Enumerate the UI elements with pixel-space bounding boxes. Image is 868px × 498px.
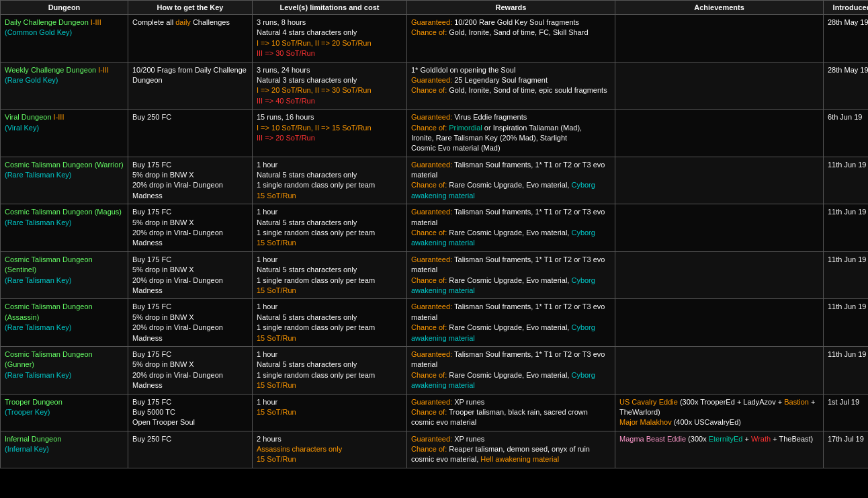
dungeon-name: Cosmic Talisman Dungeon (Gunner) bbox=[5, 350, 93, 368]
achievements-cell bbox=[615, 15, 824, 63]
header-dungeon: Dungeon bbox=[1, 1, 128, 15]
introduced-cell: 17th Jul 19 bbox=[824, 431, 869, 468]
key-name: (Trooper Key) bbox=[5, 408, 50, 416]
dungeon-name: Cosmic Talisman Dungeon (Sentinel) bbox=[5, 255, 93, 274]
dungeon-name: Cosmic Talisman Dungeon (Warrior) bbox=[5, 161, 124, 169]
achievements-cell bbox=[615, 251, 824, 299]
table-row: Trooper Dungeon (Trooper Key) Buy 175 FC… bbox=[1, 394, 869, 431]
dungeon-name: Weekly Challenge Dungeon I-III bbox=[5, 66, 109, 74]
how-to-get-cell: Buy 175 FC5% drop in BNW X20% drop in Vi… bbox=[128, 204, 253, 252]
table-row: Cosmic Talisman Dungeon (Warrior) (Rare … bbox=[1, 157, 869, 204]
dungeon-cell: Trooper Dungeon (Trooper Key) bbox=[1, 394, 128, 431]
rewards-cell: Guaranteed: Talisman Soul framents, 1* T… bbox=[407, 204, 615, 252]
achievements-cell: Magma Beast Eddie (300x EternityEd + Wra… bbox=[615, 431, 824, 468]
header-introduced: Introduced bbox=[824, 1, 869, 15]
introduced-cell: 28th May 19 bbox=[824, 15, 869, 63]
key-name: (Rare Talisman Key) bbox=[5, 276, 71, 284]
table-row: Cosmic Talisman Dungeon (Sentinel) (Rare… bbox=[1, 251, 869, 299]
key-name: (Common Gold Key) bbox=[5, 28, 72, 36]
level-cost-cell: 1 hour 15 SoT/Run bbox=[253, 394, 407, 431]
introduced-cell: 11th Jun 19 bbox=[824, 346, 869, 394]
how-to-get-cell: 10/200 Frags from Daily Challenge Dungeo… bbox=[128, 62, 253, 110]
dungeon-name: Cosmic Talisman Dungeon (Assassin) bbox=[5, 302, 93, 321]
dungeon-cell: Cosmic Talisman Dungeon (Assassin) (Rare… bbox=[1, 299, 128, 347]
achievements-cell bbox=[615, 62, 824, 110]
achievements-cell: US Cavalry Eddie (300x TrooperEd + LadyA… bbox=[615, 394, 824, 431]
level-cost-cell: 15 runs, 16 hours I => 10 SoT/Run, II =>… bbox=[253, 110, 407, 157]
dungeon-cell: Daily Challenge Dungeon I-III (Common Go… bbox=[1, 15, 128, 63]
introduced-cell: 11th Jun 19 bbox=[824, 299, 869, 347]
key-name: (Rare Talisman Key) bbox=[5, 371, 71, 379]
rewards-cell: Guaranteed: Talisman Soul framents, 1* T… bbox=[407, 346, 615, 394]
dungeon-cell: Cosmic Talisman Dungeon (Magus) (Rare Ta… bbox=[1, 204, 128, 252]
dungeon-cell: Infernal Dungeon (Infernal Key) bbox=[1, 431, 128, 468]
introduced-cell: 11th Jun 19 bbox=[824, 157, 869, 204]
rewards-cell: Guaranteed: 10/200 Rare Gold Key Soul fr… bbox=[407, 15, 615, 63]
achievements-cell bbox=[615, 204, 824, 252]
how-to-get-cell: Buy 175 FCBuy 5000 TCOpen Trooper Soul bbox=[128, 394, 253, 431]
key-name: (Rare Talisman Key) bbox=[5, 218, 71, 226]
table-row: Infernal Dungeon (Infernal Key) Buy 250 … bbox=[1, 431, 869, 468]
level-cost-cell: 1 hour Natural 5 stars characters only 1… bbox=[253, 251, 407, 299]
rewards-cell: Guaranteed: Virus Eddie fragments Chance… bbox=[407, 110, 615, 157]
key-name: (Rare Talisman Key) bbox=[5, 171, 71, 179]
dungeon-name: Trooper Dungeon bbox=[5, 398, 62, 406]
level-cost-cell: 1 hour Natural 5 stars characters only 1… bbox=[253, 204, 407, 252]
rewards-cell: Guaranteed: Talisman Soul framents, 1* T… bbox=[407, 251, 615, 299]
table-row: Cosmic Talisman Dungeon (Gunner) (Rare T… bbox=[1, 346, 869, 394]
introduced-cell: 6th Jun 19 bbox=[824, 110, 869, 157]
how-to-get-cell: Buy 175 FC5% drop in BNW X20% drop in Vi… bbox=[128, 346, 253, 394]
achievements-cell bbox=[615, 157, 824, 204]
dungeon-cell: Cosmic Talisman Dungeon (Warrior) (Rare … bbox=[1, 157, 128, 204]
how-to-get-cell: Buy 250 FC bbox=[128, 110, 253, 157]
introduced-cell: 11th Jun 19 bbox=[824, 204, 869, 252]
level-cost-cell: 1 hour Natural 5 stars characters only 1… bbox=[253, 346, 407, 394]
table-row: Viral Dungeon I-III (Viral Key) Buy 250 … bbox=[1, 110, 869, 157]
rewards-cell: Guaranteed: Talisman Soul framents, 1* T… bbox=[407, 299, 615, 347]
key-name: (Infernal Key) bbox=[5, 445, 49, 453]
dungeon-name: Cosmic Talisman Dungeon (Magus) bbox=[5, 208, 122, 216]
level-cost-cell: 2 hours Assassins characters only 15 SoT… bbox=[253, 431, 407, 468]
how-to-get-cell: Buy 175 FC5% drop in BNW X20% drop in Vi… bbox=[128, 251, 253, 299]
rewards-cell: Guaranteed: XP runes Chance of: Trooper … bbox=[407, 394, 615, 431]
header-level: Level(s) limitations and cost bbox=[253, 1, 407, 15]
level-cost-cell: 1 hour Natural 5 stars characters only 1… bbox=[253, 299, 407, 347]
dungeon-name: Daily Challenge Dungeon I-III bbox=[5, 18, 101, 26]
dungeon-cell: Viral Dungeon I-III (Viral Key) bbox=[1, 110, 128, 157]
introduced-cell: 28th May 19 bbox=[824, 62, 869, 110]
how-to-get-cell: Buy 175 FC5% drop in BNW X20% drop in Vi… bbox=[128, 157, 253, 204]
level-cost-cell: 3 runs, 8 hours Natural 4 stars characte… bbox=[253, 15, 407, 63]
how-to-get-cell: Buy 175 FC5% drop in BNW X20% drop in Vi… bbox=[128, 299, 253, 347]
header-rewards: Rewards bbox=[407, 1, 615, 15]
introduced-cell: 1st Jul 19 bbox=[824, 394, 869, 431]
introduced-cell: 11th Jun 19 bbox=[824, 251, 869, 299]
key-name: (Rare Talisman Key) bbox=[5, 323, 71, 331]
achievements-cell bbox=[615, 110, 824, 157]
header-key: How to get the Key bbox=[128, 1, 253, 15]
table-row: Cosmic Talisman Dungeon (Magus) (Rare Ta… bbox=[1, 204, 869, 252]
achievements-cell bbox=[615, 346, 824, 394]
dungeon-name: Viral Dungeon I-III bbox=[5, 113, 64, 121]
table-row: Cosmic Talisman Dungeon (Assassin) (Rare… bbox=[1, 299, 869, 347]
level-cost-cell: 1 hour Natural 5 stars characters only 1… bbox=[253, 157, 407, 204]
key-name: (Rare Gold Key) bbox=[5, 76, 58, 84]
key-name: (Viral Key) bbox=[5, 124, 39, 132]
rewards-cell: Guaranteed: XP runes Chance of: Reaper t… bbox=[407, 431, 615, 468]
table-row: Daily Challenge Dungeon I-III (Common Go… bbox=[1, 15, 869, 63]
how-to-get-cell: Complete all daily Challenges bbox=[128, 15, 253, 63]
rewards-cell: 1* GoldIdol on opening the Soul Guarante… bbox=[407, 62, 615, 110]
dungeon-cell: Cosmic Talisman Dungeon (Gunner) (Rare T… bbox=[1, 346, 128, 394]
achievements-cell bbox=[615, 299, 824, 347]
dungeon-cell: Cosmic Talisman Dungeon (Sentinel) (Rare… bbox=[1, 251, 128, 299]
header-achievements: Achievements bbox=[615, 1, 824, 15]
dungeon-cell: Weekly Challenge Dungeon I-III (Rare Gol… bbox=[1, 62, 128, 110]
level-cost-cell: 3 runs, 24 hours Natural 3 stars charact… bbox=[253, 62, 407, 110]
how-to-get-cell: Buy 250 FC bbox=[128, 431, 253, 468]
dungeon-name: Infernal Dungeon bbox=[5, 435, 61, 443]
table-row: Weekly Challenge Dungeon I-III (Rare Gol… bbox=[1, 62, 869, 110]
rewards-cell: Guaranteed: Talisman Soul framents, 1* T… bbox=[407, 157, 615, 204]
